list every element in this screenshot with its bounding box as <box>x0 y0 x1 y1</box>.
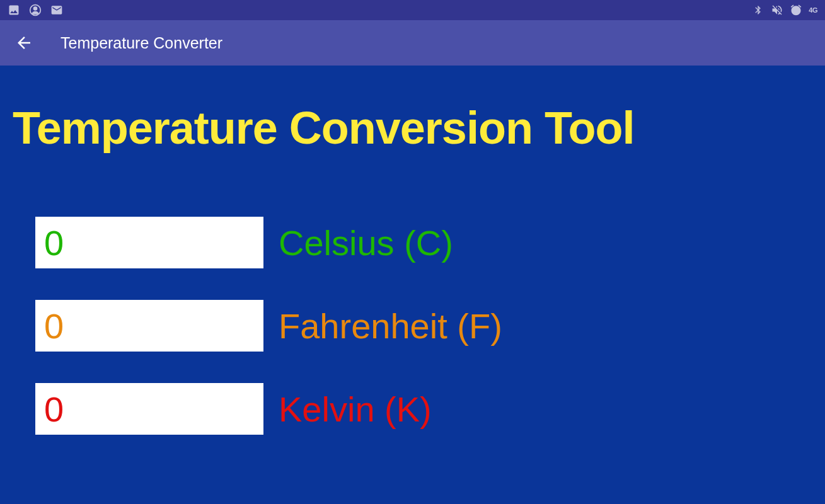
volume-mute-icon <box>771 4 783 16</box>
fahrenheit-input[interactable] <box>35 300 263 352</box>
kelvin-label: Kelvin (K) <box>279 389 432 430</box>
back-arrow-icon <box>14 33 33 52</box>
bluetooth-icon <box>752 4 764 16</box>
app-bar-title: Temperature Converter <box>61 34 222 52</box>
fahrenheit-row: Fahrenheit (F) <box>35 300 807 352</box>
celsius-label: Celsius (C) <box>279 222 453 263</box>
account-icon <box>29 4 42 16</box>
gallery-icon <box>8 4 20 16</box>
main-content: Temperature Conversion Tool Celsius (C) … <box>0 66 825 435</box>
kelvin-row: Kelvin (K) <box>35 383 807 435</box>
status-bar: 4G <box>0 0 825 20</box>
celsius-row: Celsius (C) <box>35 217 807 268</box>
svg-point-1 <box>34 7 37 10</box>
fahrenheit-label: Fahrenheit (F) <box>279 306 502 346</box>
mail-icon <box>50 4 63 16</box>
app-bar: Temperature Converter <box>0 20 825 66</box>
status-left-icons <box>8 4 63 16</box>
network-indicator: 4G <box>809 6 817 14</box>
status-right-icons: 4G <box>752 4 817 16</box>
page-title: Temperature Conversion Tool <box>13 102 807 154</box>
kelvin-input[interactable] <box>35 383 263 435</box>
celsius-input[interactable] <box>35 217 263 268</box>
back-button[interactable] <box>13 32 35 54</box>
alarm-icon <box>790 4 802 16</box>
